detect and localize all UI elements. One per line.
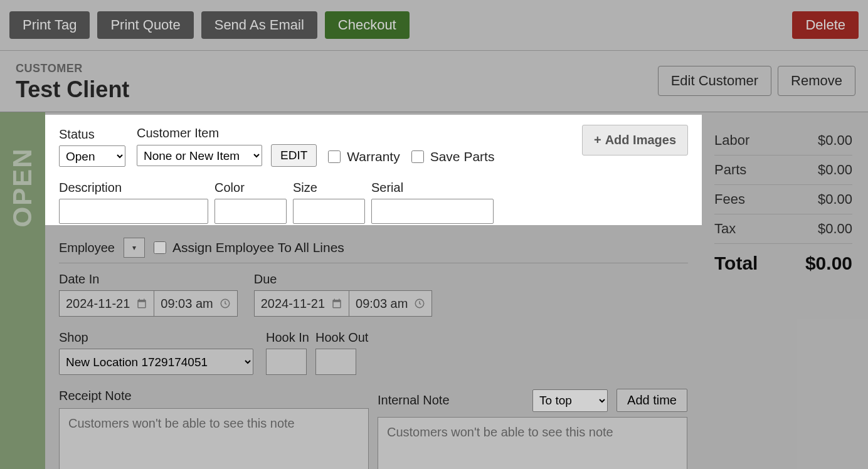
employee-label: Employee: [59, 241, 115, 255]
chevron-down-icon: ▾: [132, 243, 136, 252]
edit-customer-button[interactable]: Edit Customer: [658, 66, 771, 96]
shop-label: Shop: [59, 330, 253, 345]
date-in-date-input[interactable]: 2024-11-21: [59, 290, 154, 317]
employee-select[interactable]: ▾: [124, 238, 145, 258]
size-input[interactable]: [293, 199, 365, 224]
date-in-label: Date In: [59, 272, 238, 287]
due-time-input[interactable]: 09:03 am: [349, 290, 432, 317]
print-quote-button[interactable]: Print Quote: [97, 11, 193, 39]
size-label: Size: [293, 181, 365, 195]
delete-button[interactable]: Delete: [792, 11, 859, 39]
hook-in-input[interactable]: [266, 349, 307, 375]
save-parts-label: Save Parts: [430, 149, 495, 164]
serial-input[interactable]: [371, 199, 494, 224]
parts-label: Parts: [714, 162, 746, 178]
status-strip-label: OPEN: [8, 147, 38, 227]
checkout-button[interactable]: Checkout: [325, 11, 410, 39]
internal-note-label: Internal Note: [378, 393, 450, 408]
warranty-label: Warranty: [347, 149, 400, 164]
calendar-icon: [331, 298, 342, 309]
send-email-button[interactable]: Send As Email: [201, 11, 317, 39]
tax-value: $0.00: [818, 221, 852, 237]
customer-item-label: Customer Item: [137, 126, 317, 140]
calendar-icon: [136, 298, 147, 309]
date-in-date-value: 2024-11-21: [66, 297, 130, 311]
parts-value: $0.00: [818, 162, 852, 178]
print-tag-button[interactable]: Print Tag: [9, 11, 90, 39]
due-date-value: 2024-11-21: [261, 297, 325, 311]
date-in-time-input[interactable]: 09:03 am: [154, 290, 237, 317]
fees-label: Fees: [714, 191, 745, 208]
labor-label: Labor: [714, 132, 749, 149]
status-strip: OPEN: [0, 112, 45, 469]
tax-label: Tax: [714, 221, 736, 237]
due-date-input[interactable]: 2024-11-21: [254, 290, 349, 317]
date-in-time-value: 09:03 am: [161, 297, 213, 311]
warranty-checkbox[interactable]: [328, 150, 341, 163]
color-label: Color: [214, 181, 287, 195]
clock-icon: [414, 298, 425, 309]
fees-value: $0.00: [818, 191, 852, 208]
internal-note-textarea[interactable]: [378, 417, 687, 469]
assign-all-label: Assign Employee To All Lines: [172, 240, 344, 255]
receipt-note-label: Receipt Note: [59, 389, 369, 403]
hook-out-input[interactable]: [315, 349, 356, 375]
receipt-note-textarea[interactable]: [59, 408, 369, 469]
hook-out-label: Hook Out: [315, 330, 368, 345]
customer-name: Test Client: [16, 76, 129, 103]
status-select[interactable]: Open: [59, 145, 125, 167]
add-time-button[interactable]: Add time: [617, 389, 687, 412]
note-position-select[interactable]: To top: [532, 389, 608, 412]
description-input[interactable]: [59, 199, 208, 224]
description-label: Description: [59, 181, 208, 195]
color-input[interactable]: [214, 199, 287, 224]
status-label: Status: [59, 127, 125, 142]
customer-heading: CUSTOMER: [16, 62, 129, 75]
add-images-label: Add Images: [605, 133, 676, 147]
plus-icon: +: [594, 133, 601, 147]
shop-select[interactable]: New Location 1729174051: [59, 349, 253, 375]
remove-customer-button[interactable]: Remove: [778, 66, 855, 96]
customer-item-select[interactable]: None or New Item: [137, 145, 262, 166]
hook-in-label: Hook In: [266, 330, 309, 345]
add-images-button[interactable]: + Add Images: [582, 125, 688, 155]
edit-item-button[interactable]: EDIT: [271, 144, 317, 167]
assign-all-checkbox[interactable]: [154, 241, 166, 254]
labor-value: $0.00: [818, 132, 852, 149]
clock-icon: [220, 298, 231, 309]
due-label: Due: [254, 272, 433, 287]
serial-label: Serial: [371, 181, 494, 195]
total-value: $0.00: [805, 253, 852, 274]
save-parts-checkbox[interactable]: [411, 150, 424, 163]
total-label: Total: [714, 253, 758, 274]
due-time-value: 09:03 am: [356, 297, 408, 311]
